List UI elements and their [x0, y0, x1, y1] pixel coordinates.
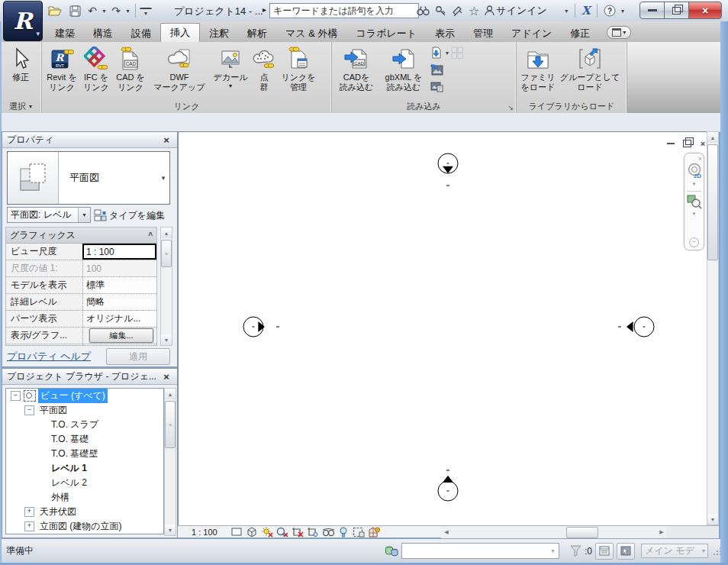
select-panel-label[interactable]: 選択 ▾: [0, 100, 41, 113]
show-crop-region-button[interactable]: [307, 526, 320, 538]
redo-button[interactable]: ↷: [109, 2, 123, 19]
manage-images-button[interactable]: [429, 79, 444, 94]
elevation-marker-south[interactable]: [433, 467, 463, 507]
save-button[interactable]: [66, 2, 84, 19]
zoom-tool-icon[interactable]: [687, 194, 702, 209]
search-flyout-arrow[interactable]: ▸: [263, 5, 266, 14]
view-minimize-button[interactable]: [665, 139, 676, 148]
chevron-down-icon[interactable]: ▾: [157, 152, 169, 204]
graphics-section-header[interactable]: グラフィックス ^: [6, 228, 156, 244]
visual-style-button[interactable]: [246, 526, 259, 538]
collapse-expander[interactable]: −: [11, 391, 21, 401]
tab-insert[interactable]: 挿入: [160, 23, 200, 42]
press-drag-button[interactable]: [617, 543, 635, 560]
steering-wheel-2d-icon[interactable]: 2D: [686, 163, 703, 179]
scroll-down-icon[interactable]: ▼: [161, 334, 172, 345]
temporary-view-properties-button[interactable]: [353, 526, 366, 538]
tab-structure[interactable]: 構造: [84, 24, 122, 42]
property-value-input[interactable]: オリジナル...: [82, 311, 156, 327]
close-icon[interactable]: ×: [160, 371, 172, 383]
workset-dropdown[interactable]: ▾: [401, 543, 559, 559]
import-image-button[interactable]: [429, 62, 444, 77]
reveal-hidden-elements-button[interactable]: [337, 526, 350, 538]
load-family-button[interactable]: ファミリ をロード: [519, 44, 557, 92]
undo-button[interactable]: ↶: [85, 2, 99, 19]
view-restore-button[interactable]: [681, 139, 692, 148]
application-menu-button[interactable]: R ▾: [3, 1, 43, 41]
tree-item-site[interactable]: 外構: [6, 490, 163, 505]
temporary-hide-isolate-button[interactable]: [322, 526, 335, 538]
view-scale-button[interactable]: 1 : 100: [192, 528, 217, 537]
elevation-marker-east[interactable]: [617, 312, 658, 343]
scroll-up-icon[interactable]: ▲: [161, 228, 172, 238]
sign-in-button[interactable]: サインイン: [483, 2, 550, 19]
communication-center-button[interactable]: [450, 2, 465, 19]
sun-path-button[interactable]: [261, 526, 274, 538]
customize-qat-button[interactable]: ▾: [140, 8, 152, 17]
tree-item-ceiling-plans[interactable]: + 天井伏図: [6, 505, 163, 519]
type-selector[interactable]: 平面図 ▾: [7, 151, 170, 205]
scroll-down-icon[interactable]: ▼: [707, 514, 718, 525]
tab-collaborate[interactable]: コラボレート: [347, 24, 427, 42]
canvas-vscrollbar[interactable]: ▲ ▼: [707, 131, 719, 525]
help-dropdown[interactable]: ▾: [620, 8, 627, 15]
expand-expander[interactable]: +: [24, 521, 34, 531]
properties-header[interactable]: プロパティ ×: [2, 132, 177, 148]
import-cad-button[interactable]: CAD CADを 読み込む: [334, 44, 378, 92]
zoom-dropdown[interactable]: ▾: [693, 211, 696, 217]
editable-only-button[interactable]: [595, 543, 614, 560]
elevation-marker-west[interactable]: [240, 312, 281, 343]
scrollbar-thumb[interactable]: ≡: [165, 401, 176, 448]
wheel-dropdown[interactable]: ▾: [693, 181, 696, 187]
open-button[interactable]: [46, 2, 64, 19]
navbar-close-icon[interactable]: ×: [698, 155, 702, 163]
scrollbar-thumb[interactable]: ≡: [161, 240, 172, 267]
shadows-button[interactable]: [276, 526, 289, 538]
tree-item-views-all[interactable]: − ビュー (すべて): [6, 389, 163, 403]
property-value-input[interactable]: 1 : 100: [82, 244, 156, 260]
close-button[interactable]: ×: [688, 2, 722, 19]
design-option-dropdown[interactable]: メイン モデ ▾: [641, 544, 708, 558]
tree-item-to-foundation[interactable]: T.O. 基礎: [6, 432, 163, 447]
sign-in-dropdown[interactable]: ▾: [563, 8, 570, 15]
browser-scrollbar[interactable]: ▲ ≡ ▼: [164, 388, 176, 536]
apply-button[interactable]: 適用: [106, 348, 170, 365]
link-revit-button[interactable]: R RVT Revit を リンク: [44, 44, 79, 92]
import-gbxml-button[interactable]: gbXML を 読み込む: [379, 44, 428, 92]
insert-from-file-button[interactable]: [429, 45, 444, 60]
tab-annotate[interactable]: 注釈: [200, 24, 238, 42]
tree-item-to-slab[interactable]: T.O. スラブ: [6, 418, 163, 432]
search-input[interactable]: [269, 3, 419, 18]
exchange-apps-button[interactable]: X: [580, 2, 592, 19]
scroll-down-icon[interactable]: ▼: [165, 525, 176, 535]
help-button[interactable]: ?: [602, 2, 617, 19]
worksets-icon[interactable]: [385, 545, 398, 557]
scroll-up-icon[interactable]: ▲: [165, 389, 176, 399]
property-value-input[interactable]: 標準: [82, 277, 156, 293]
scrollbar-thumb[interactable]: [707, 144, 718, 260]
manage-links-button[interactable]: リンクを 管理: [278, 44, 319, 92]
analytical-model-button[interactable]: [368, 526, 381, 538]
properties-help-link[interactable]: プロパティ ヘルプ: [7, 350, 91, 363]
tab-view[interactable]: 表示: [426, 24, 464, 42]
edit-button[interactable]: 編集...: [89, 328, 153, 343]
modify-button[interactable]: 修正: [2, 44, 39, 82]
project-browser-header[interactable]: プロジェクト ブラウザ - プロジェ... ×: [2, 369, 177, 385]
point-cloud-button[interactable]: 点 群: [251, 44, 277, 92]
filter-icon[interactable]: [570, 545, 582, 557]
link-ifc-button[interactable]: IFC を リンク: [80, 44, 112, 92]
tree-item-floor-plans[interactable]: − 平面図: [6, 403, 163, 418]
crop-view-button[interactable]: [292, 526, 304, 538]
link-cad-button[interactable]: CAD CAD を リンク: [113, 44, 148, 92]
subscription-center-button[interactable]: [433, 2, 448, 19]
expand-expander[interactable]: +: [24, 507, 34, 517]
favorites-button[interactable]: ☆: [467, 2, 481, 19]
undo-dropdown[interactable]: ▾: [101, 8, 108, 15]
decal-button[interactable]: デカール ▾: [211, 44, 250, 89]
collapse-icon[interactable]: ^: [148, 231, 153, 240]
scrollbar-thumb[interactable]: [566, 527, 598, 538]
tab-manage[interactable]: 管理: [464, 24, 502, 42]
tree-item-level-2[interactable]: レベル 2: [6, 476, 163, 490]
insert-from-file-dropdown[interactable]: ▾: [446, 50, 449, 56]
tab-systems[interactable]: 設備: [122, 24, 160, 42]
